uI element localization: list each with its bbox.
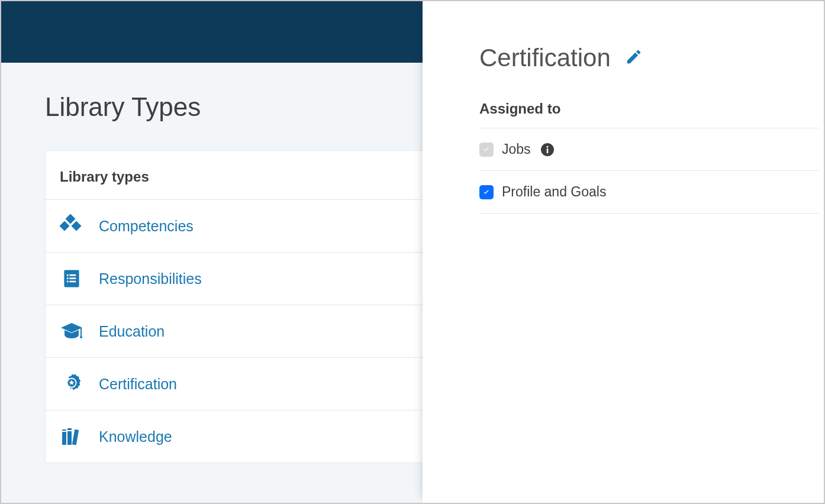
library-item-certification[interactable]: Certification [46, 358, 423, 411]
assigned-to-heading: Assigned to [479, 101, 819, 128]
checkbox-profile-goals[interactable] [479, 185, 494, 199]
library-item-responsibilities[interactable]: Responsibilities [46, 253, 423, 305]
assignment-label: Profile and Goals [502, 184, 606, 200]
graduation-cap-icon [60, 319, 83, 343]
library-types-card: Library types Competencies [45, 150, 424, 463]
badge-icon [60, 372, 83, 396]
library-item-label: Certification [99, 376, 177, 393]
svg-rect-6 [69, 277, 76, 279]
library-item-competencies[interactable]: Competencies [46, 200, 423, 253]
library-item-label: Education [99, 323, 165, 340]
detail-panel: Certification Assigned to Jobs [423, 1, 824, 503]
svg-rect-0 [66, 214, 76, 224]
diamonds-icon [60, 214, 83, 238]
library-item-label: Competencies [99, 218, 194, 235]
svg-rect-8 [69, 281, 76, 283]
svg-rect-9 [80, 328, 82, 336]
svg-point-10 [80, 336, 82, 338]
assignment-row-jobs: Jobs [479, 128, 819, 171]
detail-title-row: Certification [479, 44, 824, 72]
detail-title: Certification [479, 44, 611, 72]
svg-rect-1 [60, 221, 69, 231]
assignment-row-profile-goals[interactable]: Profile and Goals [479, 171, 819, 214]
left-panel: Library Types Library types Competencies [1, 1, 423, 503]
library-item-knowledge[interactable]: Knowledge [46, 411, 423, 463]
checkbox-jobs [479, 143, 494, 157]
app-frame: Library Types Library types Competencies [0, 0, 825, 504]
card-heading: Library types [46, 151, 423, 200]
svg-rect-3 [67, 274, 69, 276]
svg-point-20 [546, 146, 548, 147]
svg-rect-17 [67, 430, 72, 431]
svg-rect-19 [546, 148, 548, 153]
svg-rect-4 [69, 274, 76, 276]
info-icon[interactable] [540, 143, 555, 157]
clipboard-icon [60, 267, 83, 290]
assignment-label: Jobs [502, 141, 531, 157]
left-content: Library Types Library types Competencies [1, 63, 423, 463]
svg-rect-16 [62, 431, 66, 432]
svg-rect-15 [72, 429, 79, 445]
books-icon [60, 425, 83, 448]
edit-icon[interactable] [625, 48, 643, 68]
svg-rect-7 [67, 281, 69, 283]
page-title: Library Types [45, 92, 423, 122]
svg-rect-2 [72, 221, 82, 231]
library-item-education[interactable]: Education [46, 305, 423, 358]
svg-rect-5 [67, 277, 69, 279]
library-item-label: Knowledge [99, 428, 172, 445]
top-navbar [1, 1, 423, 63]
library-item-label: Responsibilities [99, 270, 202, 287]
